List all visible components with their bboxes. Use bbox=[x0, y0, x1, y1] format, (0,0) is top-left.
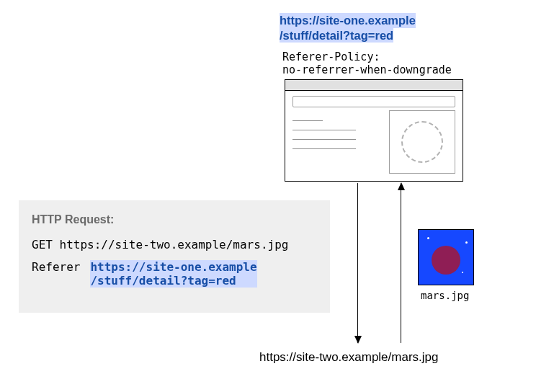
policy-header: Referer-Policy: bbox=[282, 50, 380, 63]
source-url-line1: https://site-one.example bbox=[280, 13, 416, 28]
http-request-box: HTTP Request: GET https://site-two.examp… bbox=[19, 200, 330, 313]
referer-policy-label: Referer-Policy: no-referrer-when-downgra… bbox=[282, 50, 452, 76]
page-text-lines bbox=[292, 120, 362, 158]
page-image-placeholder bbox=[389, 110, 455, 174]
mars-caption: mars.jpg bbox=[421, 290, 469, 301]
loading-ring-icon bbox=[401, 121, 443, 163]
http-request-referer: Referer https://site-one.example /stuff/… bbox=[32, 260, 317, 288]
browser-body bbox=[292, 110, 455, 174]
referer-value-line2: /stuff/detail?tag=red bbox=[90, 274, 256, 288]
referer-label: Referer bbox=[32, 260, 80, 274]
destination-url: https://site-two.example/mars.jpg bbox=[259, 350, 438, 365]
browser-address-bar bbox=[292, 96, 455, 107]
source-url: https://site-one.example /stuff/detail?t… bbox=[280, 13, 416, 43]
policy-value: no-referrer-when-downgrade bbox=[282, 63, 452, 76]
response-arrow-up-icon bbox=[401, 183, 401, 343]
mars-image-icon bbox=[418, 229, 474, 285]
request-arrow-down-icon bbox=[357, 183, 358, 343]
browser-titlebar bbox=[285, 80, 463, 91]
referer-value-line1: https://site-one.example bbox=[90, 260, 256, 274]
http-request-title: HTTP Request: bbox=[32, 213, 317, 226]
source-url-line2: /stuff/detail?tag=red bbox=[280, 28, 393, 43]
browser-window bbox=[285, 79, 463, 182]
http-request-get-line: GET https://site-two.example/mars.jpg bbox=[32, 238, 317, 251]
